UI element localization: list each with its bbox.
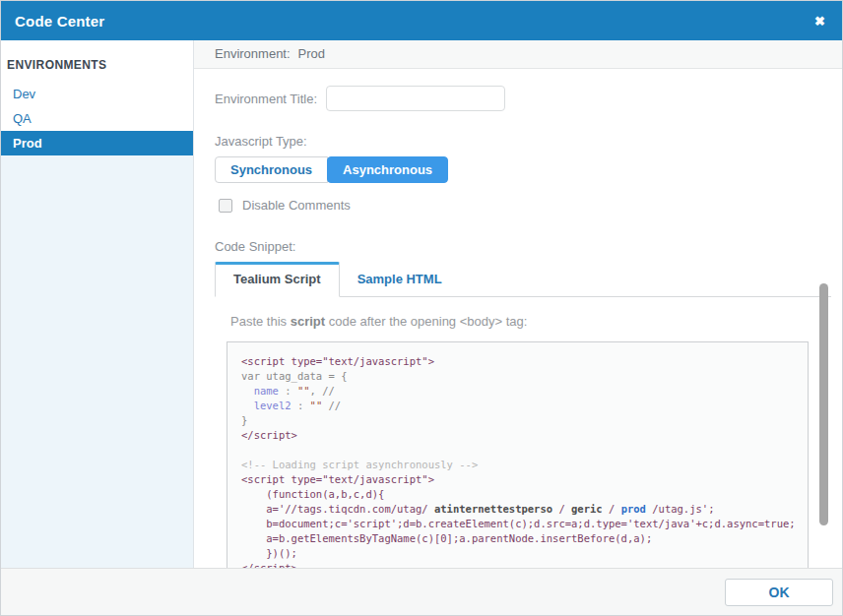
- code-line: level2 : "" //: [241, 399, 804, 413]
- javascript-type-label: Javascript Type:: [215, 134, 831, 149]
- tab-sample-html[interactable]: Sample HTML: [340, 263, 460, 296]
- paste-instruction: Paste this script code after the opening…: [230, 314, 831, 329]
- code-line: a=b.getElementsByTagName(c)[0];a.parentN…: [241, 531, 804, 546]
- disable-comments-checkbox[interactable]: [219, 199, 232, 213]
- instruction-bold: script: [291, 314, 325, 329]
- ok-button[interactable]: OK: [725, 579, 833, 606]
- code-line: <!-- Loading script asynchronously -->: [241, 458, 804, 472]
- code-snippet-tabs: Tealium ScriptSample HTML: [215, 262, 831, 297]
- code-line: <script type="text/javascript">: [241, 354, 804, 369]
- code-line: </script>: [241, 561, 804, 568]
- environment-bar: Environment:Prod: [194, 40, 842, 69]
- environment-bar-value: Prod: [298, 46, 325, 61]
- code-line: })();: [241, 546, 804, 561]
- code-snippet-label: Code Snippet:: [215, 239, 831, 254]
- environment-title-label: Environment Title:: [215, 92, 317, 106]
- sidebar-item-qa[interactable]: QA: [1, 106, 193, 131]
- environment-title-input[interactable]: [326, 86, 505, 111]
- sidebar-item-dev[interactable]: Dev: [1, 82, 193, 106]
- disable-comments-label: Disable Comments: [242, 198, 351, 213]
- code-line: a='//tags.tiqcdn.com/utag/ atinternettes…: [241, 502, 804, 517]
- environments-heading: ENVIRONMENTS: [1, 55, 193, 82]
- dialog-header: Code Center ✖: [1, 1, 842, 40]
- tealium-script-tab-panel: Paste this script code after the opening…: [215, 297, 831, 568]
- scrollbar-thumb[interactable]: [819, 283, 828, 525]
- code-line: var utag_data = {: [241, 369, 804, 384]
- code-line: }: [241, 413, 804, 428]
- sidebar-items: DevQAProd: [1, 82, 193, 155]
- instruction-suffix: code after the opening <body> tag:: [325, 314, 527, 329]
- environment-bar-label: Environment:: [215, 46, 291, 61]
- code-line: <script type="text/javascript">: [241, 472, 804, 487]
- code-line: b=document;c='script';d=b.createElement(…: [241, 517, 804, 531]
- sidebar-item-prod[interactable]: Prod: [1, 131, 193, 155]
- environments-sidebar: ENVIRONMENTS DevQAProd: [1, 40, 194, 568]
- dialog-footer: OK: [1, 568, 842, 615]
- instruction-prefix: Paste this: [230, 314, 291, 329]
- code-box[interactable]: <script type="text/javascript">var utag_…: [227, 341, 809, 568]
- code-center-dialog: Code Center ✖ ENVIRONMENTS DevQAProd Env…: [0, 0, 843, 616]
- js-type-toggle: SynchronousAsynchronous: [215, 156, 448, 183]
- js-type-asynchronous-button[interactable]: Asynchronous: [327, 156, 448, 183]
- js-type-synchronous-button[interactable]: Synchronous: [215, 156, 328, 183]
- code-line: [241, 443, 804, 458]
- dialog-title: Code Center: [15, 13, 104, 30]
- code-line: (function(a,b,c,d){: [241, 487, 804, 502]
- main-panel: Environment:Prod Environment Title: Java…: [194, 40, 842, 568]
- tab-tealium-script[interactable]: Tealium Script: [215, 262, 340, 297]
- close-icon[interactable]: ✖: [814, 15, 825, 28]
- code-line: </script>: [241, 428, 804, 443]
- code-line: name : "", //: [241, 384, 804, 399]
